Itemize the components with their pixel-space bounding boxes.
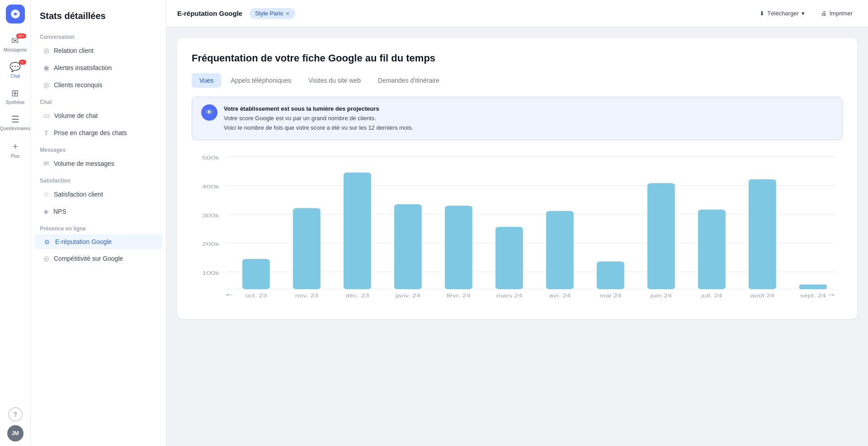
sidebar: Stats détaillées Conversation ◎ Relation…: [31, 0, 166, 446]
svg-text:←: ←: [224, 291, 234, 298]
sidebar-item-relation-client[interactable]: ◎ Relation client: [34, 42, 162, 59]
clients-reconquis-icon: ◎: [43, 81, 49, 89]
bar-mars24: [495, 227, 523, 289]
tab-appels[interactable]: Appels téléphoniques: [223, 73, 299, 88]
satisfaction-client-icon: ☆: [43, 190, 49, 198]
sidebar-item-competitivite-google[interactable]: ◎ Compétitivité sur Google: [34, 250, 162, 267]
plus-label: Plus: [11, 154, 19, 159]
competitivite-icon: ◎: [43, 254, 49, 263]
content-area: Fréquentation de votre fiche Google au f…: [166, 27, 868, 446]
clients-reconquis-label: Clients reconquis: [54, 81, 102, 89]
section-conversation-label: Conversation: [31, 28, 166, 42]
chart-tabs: Vues Appels téléphoniques Visites du sit…: [192, 73, 843, 88]
svg-text:déc. 23: déc. 23: [345, 293, 369, 299]
svg-text:300k: 300k: [202, 212, 220, 218]
svg-text:août 24: août 24: [750, 293, 775, 299]
banner-line1: Votre score Google est vu par un grand n…: [224, 115, 376, 122]
help-button[interactable]: ?: [8, 407, 23, 422]
sidebar-item-chat[interactable]: 💬 1 Chat: [2, 57, 29, 83]
competitivite-label: Compétitivité sur Google: [54, 255, 123, 262]
download-chevron-icon: ▾: [802, 10, 805, 17]
sidebar-item-satisfaction-client[interactable]: ☆ Satisfaction client: [34, 186, 162, 202]
svg-text:sept. 24: sept. 24: [800, 293, 826, 299]
bar-chart: 500k 400k 300k 200k 100k ← →: [192, 151, 843, 305]
volume-messages-label: Volume de messages: [54, 160, 114, 167]
svg-text:200k: 200k: [202, 241, 220, 247]
info-banner: 👁 Votre établissement est sous la lumièr…: [192, 97, 843, 140]
svg-text:mars 24: mars 24: [496, 293, 522, 299]
prise-en-charge-label: Prise en charge des chats: [54, 129, 127, 136]
sidebar-title: Stats détaillées: [31, 0, 166, 28]
sidebar-item-volume-messages[interactable]: ✉ Volume de messages: [34, 155, 162, 172]
topbar-title: E-réputation Google: [177, 9, 242, 17]
sidebar-item-plus[interactable]: ＋ Plus: [2, 136, 29, 163]
alertes-label: Alertes insatisfaction: [54, 64, 112, 71]
questionnaires-label: Questionnaires: [0, 126, 30, 131]
svg-text:juil. 24: juil. 24: [701, 293, 722, 299]
app-logo[interactable]: [6, 5, 25, 23]
svg-text:→: →: [826, 291, 836, 298]
chart-svg: 500k 400k 300k 200k 100k ← →: [192, 151, 843, 305]
svg-text:juin 24: juin 24: [650, 293, 672, 299]
eye-icon: 👁: [201, 104, 217, 121]
bar-nov23: [293, 208, 321, 290]
print-label: Imprimer: [830, 10, 853, 17]
volume-messages-icon: ✉: [43, 160, 49, 168]
filter-chip[interactable]: Style Paris ×: [250, 8, 295, 19]
sidebar-item-prise-en-charge[interactable]: ⇪ Prise en charge des chats: [34, 125, 162, 141]
sidebar-item-synthese[interactable]: ⊞ Synthèse: [2, 83, 29, 109]
bar-juil24: [698, 210, 726, 289]
svg-text:janv. 24: janv. 24: [395, 293, 421, 299]
sidebar-item-nps[interactable]: ◈ NPS: [34, 203, 162, 220]
volume-chat-label: Volume de chat: [54, 112, 98, 119]
bar-avr24: [546, 211, 574, 289]
sidebar-item-messagerie[interactable]: ✉ 99+ Messagerie: [2, 31, 29, 57]
nps-icon: ◈: [43, 207, 49, 216]
user-avatar[interactable]: JM: [7, 425, 24, 441]
bar-juin24: [647, 183, 675, 290]
download-button[interactable]: ⬇ Télécharger ▾: [755, 7, 809, 19]
synthese-label: Synthèse: [6, 100, 25, 105]
svg-text:500k: 500k: [202, 155, 220, 161]
relation-client-icon: ◎: [43, 47, 49, 55]
tab-itineraire[interactable]: Demandes d'itinéraire: [370, 73, 447, 88]
svg-text:avr. 24: avr. 24: [549, 293, 571, 299]
sidebar-item-alertes-insatisfaction[interactable]: ◉ Alertes insatisfaction: [34, 60, 162, 76]
nps-label: NPS: [53, 208, 66, 215]
svg-text:100k: 100k: [202, 270, 220, 276]
relation-client-label: Relation client: [54, 47, 94, 54]
info-banner-text: Votre établissement est sous la lumière …: [224, 104, 413, 132]
section-satisfaction-label: Satisfaction: [31, 172, 166, 186]
chat-badge: 1: [19, 60, 26, 65]
prise-en-charge-icon: ⇪: [43, 129, 49, 137]
icon-bar: ✉ 99+ Messagerie 💬 1 Chat ⊞ Synthèse ☰ Q…: [0, 0, 31, 446]
satisfaction-client-label: Satisfaction client: [54, 191, 103, 198]
main-content: E-réputation Google Style Paris × ⬇ Télé…: [166, 0, 868, 446]
messagerie-badge: 99+: [16, 33, 26, 38]
svg-text:févr. 24: févr. 24: [447, 293, 471, 299]
bar-dec23: [344, 173, 371, 289]
sidebar-item-questionnaires[interactable]: ☰ Questionnaires: [2, 109, 29, 136]
banner-line2: Voici le nombre de fois que votre score …: [224, 124, 413, 131]
bar-janv24: [394, 204, 422, 289]
e-reputation-label: E-réputation Google: [55, 238, 112, 245]
tab-visites[interactable]: Visites du site web: [301, 73, 368, 88]
svg-text:mai 24: mai 24: [599, 293, 622, 299]
topbar-actions: ⬇ Télécharger ▾ 🖨 Imprimer: [755, 7, 857, 19]
sidebar-item-e-reputation-google[interactable]: G E-réputation Google: [34, 234, 162, 249]
sidebar-item-clients-reconquis[interactable]: ◎ Clients reconquis: [34, 77, 162, 93]
section-chat-label: Chat: [31, 94, 166, 107]
section-messages-label: Messages: [31, 141, 166, 155]
print-icon: 🖨: [821, 10, 827, 17]
chart-title: Fréquentation de votre fiche Google au f…: [192, 52, 843, 64]
bar-fevr24: [445, 206, 472, 290]
sidebar-item-volume-chat[interactable]: ▭ Volume de chat: [34, 108, 162, 124]
download-icon: ⬇: [760, 10, 764, 17]
print-button[interactable]: 🖨 Imprimer: [816, 7, 857, 19]
messagerie-label: Messagerie: [4, 47, 27, 52]
tab-vues[interactable]: Vues: [192, 73, 221, 88]
bar-aout24: [749, 179, 776, 289]
main-card: Fréquentation de votre fiche Google au f…: [177, 38, 857, 319]
svg-text:nov. 23: nov. 23: [295, 293, 318, 299]
chip-close-button[interactable]: ×: [286, 10, 289, 17]
